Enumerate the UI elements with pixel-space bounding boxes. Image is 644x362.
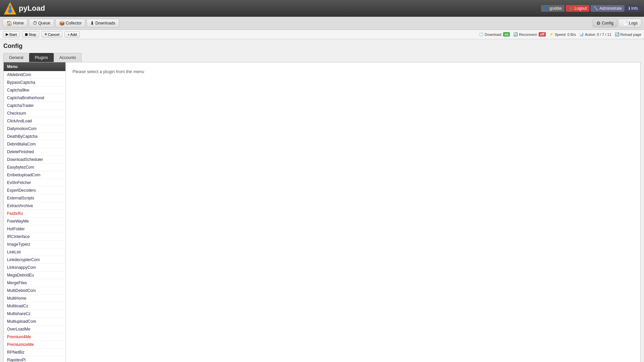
menu-item[interactable]: HotFolder — [4, 225, 65, 233]
menu-item[interactable]: DownloadScheduler — [4, 156, 65, 164]
svg-point-1 — [8, 9, 12, 13]
header: pyLoad 👤 goddie 🚪 Logout 🔧 Administrate … — [0, 0, 644, 17]
menu-item[interactable]: ClickAndLoad — [4, 117, 65, 125]
menu-item[interactable]: ImageTyperz — [4, 241, 65, 248]
menu-item[interactable]: EmbeduploadCom — [4, 171, 65, 179]
info-button[interactable]: ℹ Info — [626, 5, 641, 12]
start-button[interactable]: ▶ Start — [3, 31, 20, 38]
nav-config[interactable]: ⚙ Config — [593, 19, 617, 27]
main-panel: Please select a plugin from the menu — [66, 62, 640, 362]
menu-item[interactable]: PremiumizeMe — [4, 341, 65, 349]
logo: pyLoad — [3, 2, 45, 15]
menu-item[interactable]: DeleteFinished — [4, 148, 65, 156]
menu-item[interactable]: LinksnappyCom — [4, 264, 65, 272]
menu-item[interactable]: AlldebridCom — [4, 71, 65, 79]
start-icon: ▶ — [6, 32, 8, 37]
menu-item[interactable]: LinkdecrypterCom — [4, 256, 65, 264]
menu-item[interactable]: IRCInterface — [4, 233, 65, 241]
stop-button[interactable]: ◼ Stop — [22, 31, 39, 38]
clock-icon: 🕐 — [479, 32, 484, 37]
menu-item[interactable]: FreeWayMe — [4, 218, 65, 225]
home-icon: 🏠 — [6, 20, 12, 26]
downloads-icon: ⬇ — [90, 20, 94, 26]
toolbar: ▶ Start ◼ Stop ✕ Cancel + Add 🕐 Download… — [0, 30, 644, 39]
menu-item[interactable]: DeathByCaptcha — [4, 133, 65, 140]
menu-item[interactable]: RapideoPl — [4, 356, 65, 362]
menu-item[interactable]: ExtractArchive — [4, 202, 65, 210]
reconnect-icon: 🔄 — [513, 32, 518, 37]
reload-icon: 🔃 — [615, 32, 620, 37]
stop-icon: ◼ — [25, 32, 28, 37]
user-button: 👤 goddie — [541, 5, 565, 12]
menu-item[interactable]: FastixRu — [4, 210, 65, 218]
menu-item[interactable]: MultishareCz — [4, 310, 65, 318]
menu-item[interactable]: MultiloadCz — [4, 302, 65, 310]
add-button[interactable]: + Add — [64, 32, 80, 38]
tab-accounts[interactable]: Accounts — [54, 53, 82, 62]
main: Config General Plugins Accounts Menu All… — [0, 39, 644, 362]
reconnect-badge: off — [539, 32, 546, 37]
menu-item[interactable]: MultiHome — [4, 295, 65, 302]
download-status: 🕐 Download: on — [479, 32, 510, 37]
logs-icon: 📄 — [622, 20, 628, 26]
tab-plugins[interactable]: Plugins — [29, 53, 54, 62]
nav-right: ⚙ Config 📄 Logs — [593, 19, 641, 27]
menu-item[interactable]: MergeFiles — [4, 279, 65, 287]
menu-item[interactable]: RPNetBiz — [4, 349, 65, 356]
menu-item[interactable]: Premium4Me — [4, 333, 65, 341]
reconnect-status: 🔄 Reconnect: off — [513, 32, 545, 37]
menu-item[interactable]: MultiDebridCom — [4, 287, 65, 295]
nav-downloads[interactable]: ⬇ Downloads — [87, 19, 119, 27]
config-icon: ⚙ — [596, 20, 601, 26]
add-icon: + — [67, 33, 69, 37]
content-area: Menu AlldebridComBypassCaptchaCaptcha9kw… — [3, 62, 641, 362]
info-icon: ℹ — [629, 6, 630, 11]
menu-item[interactable]: CaptchaBrotherhood — [4, 94, 65, 102]
nav-left: 🏠 Home ⏱ Queue 📦 Collector ⬇ Downloads — [3, 19, 119, 27]
cancel-button[interactable]: ✕ Cancel — [41, 31, 62, 38]
download-badge: on — [503, 32, 510, 37]
reload-status[interactable]: 🔃 Reload page — [615, 32, 641, 37]
queue-icon: ⏱ — [33, 20, 37, 26]
toolbar-left: ▶ Start ◼ Stop ✕ Cancel + Add — [3, 31, 80, 38]
menu-item[interactable]: DailymotionCom — [4, 125, 65, 133]
menu-item[interactable]: DebriditaliaCom — [4, 140, 65, 148]
nav-queue[interactable]: ⏱ Queue — [29, 19, 54, 27]
active-status: 📊 Active: 0 / 7 / 11 — [579, 32, 611, 37]
tab-general[interactable]: General — [3, 53, 29, 62]
sidebar: Menu AlldebridComBypassCaptchaCaptcha9kw… — [4, 62, 66, 362]
menu-list: AlldebridComBypassCaptchaCaptcha9kwCaptc… — [4, 71, 65, 362]
nav-logs[interactable]: 📄 Logs — [619, 19, 641, 27]
user-icon: 👤 — [544, 6, 549, 11]
menu-item[interactable]: OverLoadMe — [4, 325, 65, 333]
collector-icon: 📦 — [59, 20, 65, 26]
logo-icon — [3, 2, 17, 15]
toolbar-right: 🕐 Download: on 🔄 Reconnect: off ⚡ Speed:… — [479, 32, 641, 37]
placeholder-text: Please select a plugin from the menu — [72, 69, 144, 74]
menu-item[interactable]: MegaDebridEu — [4, 272, 65, 279]
svg-rect-2 — [9, 6, 11, 9]
menu-item[interactable]: LinkList — [4, 248, 65, 256]
menu-header: Menu — [4, 62, 65, 71]
menu-item[interactable]: ExpertDecoders — [4, 187, 65, 194]
menu-item[interactable]: Checksum — [4, 110, 65, 117]
nav-home[interactable]: 🏠 Home — [3, 19, 28, 27]
logo-text: pyLoad — [19, 4, 45, 13]
menu-item[interactable]: CaptchaTrader — [4, 102, 65, 110]
administrate-button[interactable]: 🔧 Administrate — [591, 5, 625, 12]
logout-button[interactable]: 🚪 Logout — [566, 5, 590, 12]
menu-item[interactable]: Ev0InFetcher — [4, 179, 65, 187]
tabs: General Plugins Accounts — [3, 53, 641, 62]
menu-item[interactable]: BypassCaptcha — [4, 79, 65, 86]
username: goddie — [550, 6, 562, 11]
menu-item[interactable]: MultiuploadCom — [4, 318, 65, 325]
menu-item[interactable]: ExternalScripts — [4, 194, 65, 202]
nav-collector[interactable]: 📦 Collector — [55, 19, 85, 27]
speed-icon: ⚡ — [549, 32, 554, 37]
cancel-icon: ✕ — [44, 32, 47, 37]
active-icon: 📊 — [579, 32, 584, 37]
menu-item[interactable]: EasybytezCom — [4, 164, 65, 171]
menu-item[interactable]: Captcha9kw — [4, 86, 65, 94]
navbar: 🏠 Home ⏱ Queue 📦 Collector ⬇ Downloads ⚙… — [0, 17, 644, 30]
page-title: Config — [3, 43, 641, 50]
